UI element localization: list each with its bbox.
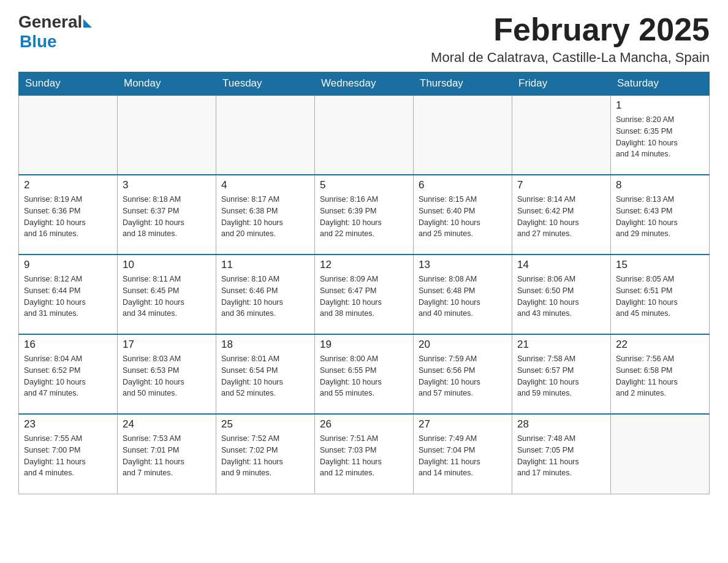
weekday-header-thursday: Thursday [414, 72, 512, 96]
calendar-cell: 20Sunrise: 7:59 AM Sunset: 6:56 PM Dayli… [414, 334, 512, 414]
day-info: Sunrise: 8:08 AM Sunset: 6:48 PM Dayligh… [419, 274, 507, 320]
weekday-header-sunday: Sunday [19, 72, 118, 96]
calendar-cell [414, 95, 512, 175]
day-number: 8 [616, 179, 704, 191]
calendar-week-3: 9Sunrise: 8:12 AM Sunset: 6:44 PM Daylig… [19, 255, 710, 334]
day-info: Sunrise: 8:03 AM Sunset: 6:53 PM Dayligh… [123, 353, 211, 399]
calendar-week-5: 23Sunrise: 7:55 AM Sunset: 7:00 PM Dayli… [19, 414, 710, 494]
day-info: Sunrise: 8:15 AM Sunset: 6:40 PM Dayligh… [419, 194, 507, 240]
calendar-cell: 24Sunrise: 7:53 AM Sunset: 7:01 PM Dayli… [118, 414, 216, 494]
day-number: 2 [24, 179, 112, 191]
calendar-cell: 21Sunrise: 7:58 AM Sunset: 6:57 PM Dayli… [512, 334, 611, 414]
calendar-cell [216, 95, 315, 175]
day-number: 18 [221, 339, 309, 351]
day-number: 16 [24, 339, 112, 351]
day-info: Sunrise: 8:00 AM Sunset: 6:55 PM Dayligh… [320, 353, 408, 399]
day-number: 15 [616, 259, 704, 271]
calendar-cell: 1Sunrise: 8:20 AM Sunset: 6:35 PM Daylig… [611, 95, 710, 175]
calendar-cell: 26Sunrise: 7:51 AM Sunset: 7:03 PM Dayli… [315, 414, 414, 494]
calendar-cell: 7Sunrise: 8:14 AM Sunset: 6:42 PM Daylig… [512, 175, 611, 255]
weekday-header-saturday: Saturday [611, 72, 710, 96]
calendar-cell: 11Sunrise: 8:10 AM Sunset: 6:46 PM Dayli… [216, 255, 315, 334]
day-info: Sunrise: 8:10 AM Sunset: 6:46 PM Dayligh… [221, 274, 309, 320]
calendar-cell [611, 414, 710, 494]
day-number: 20 [419, 339, 507, 351]
calendar-cell: 15Sunrise: 8:05 AM Sunset: 6:51 PM Dayli… [611, 255, 710, 334]
day-number: 25 [221, 418, 309, 431]
weekday-header-tuesday: Tuesday [216, 72, 315, 96]
day-number: 24 [123, 418, 211, 431]
weekday-header-wednesday: Wednesday [315, 72, 414, 96]
day-info: Sunrise: 8:18 AM Sunset: 6:37 PM Dayligh… [123, 194, 211, 240]
day-info: Sunrise: 7:55 AM Sunset: 7:00 PM Dayligh… [24, 433, 112, 479]
day-info: Sunrise: 7:51 AM Sunset: 7:03 PM Dayligh… [320, 433, 408, 479]
day-info: Sunrise: 8:12 AM Sunset: 6:44 PM Dayligh… [24, 274, 112, 320]
day-number: 3 [123, 179, 211, 191]
day-number: 9 [24, 259, 112, 271]
day-number: 19 [320, 339, 408, 351]
day-info: Sunrise: 7:56 AM Sunset: 6:58 PM Dayligh… [616, 353, 704, 399]
day-info: Sunrise: 8:16 AM Sunset: 6:39 PM Dayligh… [320, 194, 408, 240]
calendar-cell: 17Sunrise: 8:03 AM Sunset: 6:53 PM Dayli… [118, 334, 216, 414]
day-info: Sunrise: 7:49 AM Sunset: 7:04 PM Dayligh… [419, 433, 507, 479]
day-info: Sunrise: 7:52 AM Sunset: 7:02 PM Dayligh… [221, 433, 309, 479]
day-info: Sunrise: 8:19 AM Sunset: 6:36 PM Dayligh… [24, 194, 112, 240]
calendar-cell: 2Sunrise: 8:19 AM Sunset: 6:36 PM Daylig… [19, 175, 118, 255]
day-info: Sunrise: 8:13 AM Sunset: 6:43 PM Dayligh… [616, 194, 704, 240]
calendar-week-2: 2Sunrise: 8:19 AM Sunset: 6:36 PM Daylig… [19, 175, 710, 255]
day-number: 17 [123, 339, 211, 351]
page-header: General Blue February 2025 Moral de Cala… [18, 12, 710, 66]
day-number: 26 [320, 418, 408, 431]
weekday-header-friday: Friday [512, 72, 611, 96]
day-info: Sunrise: 8:01 AM Sunset: 6:54 PM Dayligh… [221, 353, 309, 399]
day-info: Sunrise: 8:09 AM Sunset: 6:47 PM Dayligh… [320, 274, 408, 320]
calendar-cell: 27Sunrise: 7:49 AM Sunset: 7:04 PM Dayli… [414, 414, 512, 494]
day-info: Sunrise: 8:04 AM Sunset: 6:52 PM Dayligh… [24, 353, 112, 399]
calendar-cell [512, 95, 611, 175]
day-number: 10 [123, 259, 211, 271]
logo-triangle-icon [83, 19, 92, 28]
title-section: February 2025 Moral de Calatrava, Castil… [431, 12, 710, 66]
calendar-cell: 6Sunrise: 8:15 AM Sunset: 6:40 PM Daylig… [414, 175, 512, 255]
calendar-cell [315, 95, 414, 175]
day-number: 4 [221, 179, 309, 191]
calendar-cell [118, 95, 216, 175]
weekday-header-monday: Monday [118, 72, 216, 96]
calendar-week-1: 1Sunrise: 8:20 AM Sunset: 6:35 PM Daylig… [19, 95, 710, 175]
logo-general: General [18, 12, 82, 32]
day-number: 5 [320, 179, 408, 191]
day-number: 11 [221, 259, 309, 271]
calendar-cell: 16Sunrise: 8:04 AM Sunset: 6:52 PM Dayli… [19, 334, 118, 414]
day-number: 28 [517, 418, 605, 431]
day-info: Sunrise: 8:05 AM Sunset: 6:51 PM Dayligh… [616, 274, 704, 320]
logo: General Blue [18, 12, 92, 52]
day-info: Sunrise: 7:48 AM Sunset: 7:05 PM Dayligh… [517, 433, 605, 479]
day-info: Sunrise: 8:06 AM Sunset: 6:50 PM Dayligh… [517, 274, 605, 320]
calendar-cell: 28Sunrise: 7:48 AM Sunset: 7:05 PM Dayli… [512, 414, 611, 494]
day-info: Sunrise: 7:59 AM Sunset: 6:56 PM Dayligh… [419, 353, 507, 399]
day-number: 27 [419, 418, 507, 431]
calendar-cell: 18Sunrise: 8:01 AM Sunset: 6:54 PM Dayli… [216, 334, 315, 414]
day-number: 22 [616, 339, 704, 351]
location-title: Moral de Calatrava, Castille-La Mancha, … [431, 50, 710, 66]
day-number: 12 [320, 259, 408, 271]
calendar-cell: 14Sunrise: 8:06 AM Sunset: 6:50 PM Dayli… [512, 255, 611, 334]
calendar-cell: 9Sunrise: 8:12 AM Sunset: 6:44 PM Daylig… [19, 255, 118, 334]
calendar-week-4: 16Sunrise: 8:04 AM Sunset: 6:52 PM Dayli… [19, 334, 710, 414]
day-info: Sunrise: 8:17 AM Sunset: 6:38 PM Dayligh… [221, 194, 309, 240]
day-info: Sunrise: 8:14 AM Sunset: 6:42 PM Dayligh… [517, 194, 605, 240]
calendar-cell: 19Sunrise: 8:00 AM Sunset: 6:55 PM Dayli… [315, 334, 414, 414]
day-number: 1 [616, 99, 704, 112]
day-number: 21 [517, 339, 605, 351]
calendar-cell [19, 95, 118, 175]
calendar-cell: 8Sunrise: 8:13 AM Sunset: 6:43 PM Daylig… [611, 175, 710, 255]
day-number: 23 [24, 418, 112, 431]
calendar-cell: 5Sunrise: 8:16 AM Sunset: 6:39 PM Daylig… [315, 175, 414, 255]
day-number: 14 [517, 259, 605, 271]
month-title: February 2025 [431, 12, 710, 47]
calendar-cell: 12Sunrise: 8:09 AM Sunset: 6:47 PM Dayli… [315, 255, 414, 334]
day-info: Sunrise: 7:58 AM Sunset: 6:57 PM Dayligh… [517, 353, 605, 399]
logo-blue: Blue [20, 32, 57, 52]
calendar-cell: 23Sunrise: 7:55 AM Sunset: 7:00 PM Dayli… [19, 414, 118, 494]
calendar-cell: 13Sunrise: 8:08 AM Sunset: 6:48 PM Dayli… [414, 255, 512, 334]
